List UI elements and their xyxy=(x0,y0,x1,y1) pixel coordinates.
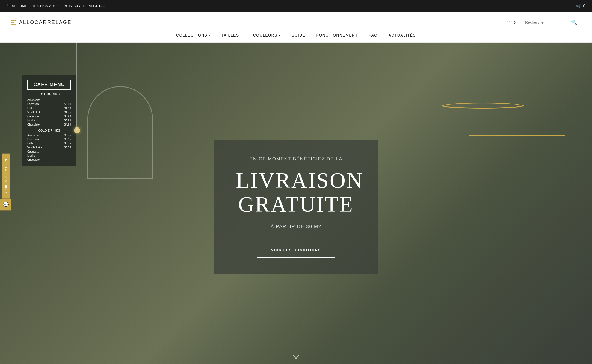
search-icon: 🔍 xyxy=(571,20,577,25)
chevron-down-icon: ▾ xyxy=(279,34,280,37)
chat-icon[interactable]: 💬 xyxy=(0,199,11,211)
hero-title-line1: LIVRAISON xyxy=(236,168,363,192)
mail-icon[interactable]: ✉ xyxy=(11,4,15,9)
nav-item-couleurs[interactable]: COULEURS ▾ xyxy=(253,33,280,37)
facebook-icon[interactable]: f xyxy=(7,4,8,8)
top-bar-social-icons: f ✉ xyxy=(7,4,15,9)
chat-widget: Chattez avec nous 💬 xyxy=(0,153,11,210)
logo-bar-1 xyxy=(11,20,16,21)
chat-tab[interactable]: Chattez avec nous xyxy=(2,153,10,198)
hero-subtitle: EN CE MOMENT BÉNÉFICIEZ DE LA xyxy=(236,156,356,162)
cart-count: 0 xyxy=(583,4,585,8)
cart-icon: 🛒 xyxy=(576,4,581,9)
hero-title-line2: GRATUITE xyxy=(238,192,354,216)
header-actions: ♡ 0 🔍 xyxy=(507,17,581,28)
contact-info: UNE QUESTION? 01.53.19.12.58 // DE 9H A … xyxy=(19,4,106,8)
main-nav: COLLECTIONS ▾ TAILLES ▾ COULEURS ▾ GUIDE… xyxy=(11,28,581,42)
chevron-down-icon: ▾ xyxy=(209,34,210,37)
wishlist-button[interactable]: ♡ 0 xyxy=(507,19,516,26)
logo-bar-3 xyxy=(11,24,16,25)
search-box: 🔍 xyxy=(521,17,581,28)
logo-text: ALLOCARRELAGE xyxy=(19,20,72,25)
hero-overlay: EN CE MOMENT BÉNÉFICIEZ DE LA LIVRAISON … xyxy=(0,43,592,364)
hero-panel: EN CE MOMENT BÉNÉFICIEZ DE LA LIVRAISON … xyxy=(214,140,378,274)
wishlist-count: 0 xyxy=(514,20,516,25)
nav-label-couleurs: COULEURS xyxy=(253,33,277,37)
top-bar-left: f ✉ UNE QUESTION? 01.53.19.12.58 // DE 9… xyxy=(7,4,106,9)
scroll-down-indicator[interactable] xyxy=(292,353,300,363)
nav-item-tailles[interactable]: TAILLES ▾ xyxy=(221,33,242,37)
heart-icon: ♡ xyxy=(507,19,512,26)
chevron-down-icon: ▾ xyxy=(240,34,242,37)
search-input[interactable] xyxy=(525,20,569,25)
site-header: ALLOCARRELAGE ♡ 0 🔍 COLLECTIONS ▾ TAILLE… xyxy=(0,12,592,43)
nav-label-actualites: ACTUALITÉS xyxy=(389,33,416,37)
nav-item-fonctionnement[interactable]: FONCTIONNEMENT xyxy=(316,33,358,37)
logo-bar-2 xyxy=(11,22,14,23)
cart-icon-area[interactable]: 🛒 0 xyxy=(576,4,585,9)
nav-label-tailles: TAILLES xyxy=(221,33,239,37)
hero-title: LIVRAISON GRATUITE xyxy=(236,168,356,216)
nav-item-actualites[interactable]: ACTUALITÉS xyxy=(389,33,416,37)
nav-item-collections[interactable]: COLLECTIONS ▾ xyxy=(176,33,211,37)
nav-label-collections: COLLECTIONS xyxy=(176,33,207,37)
header-top-row: ALLOCARRELAGE ♡ 0 🔍 xyxy=(11,12,581,28)
nav-label-faq: FAQ xyxy=(369,33,377,37)
top-bar: f ✉ UNE QUESTION? 01.53.19.12.58 // DE 9… xyxy=(0,0,592,12)
site-logo[interactable]: ALLOCARRELAGE xyxy=(11,20,72,25)
nav-item-faq[interactable]: FAQ xyxy=(369,33,377,37)
search-button[interactable]: 🔍 xyxy=(571,19,577,25)
hero-description: À PARTIR DE 30 M2 xyxy=(236,224,356,229)
nav-item-guide[interactable]: GUIDE xyxy=(291,33,305,37)
nav-label-guide: GUIDE xyxy=(291,33,305,37)
nav-label-fonctionnement: FONCTIONNEMENT xyxy=(316,33,358,37)
hero-cta-button[interactable]: VOIR LES CONDITIONS xyxy=(257,243,335,258)
hero-section: CAFE MENU HOT DRINKS Americano Espresso$… xyxy=(0,43,592,364)
logo-decoration xyxy=(11,20,16,25)
